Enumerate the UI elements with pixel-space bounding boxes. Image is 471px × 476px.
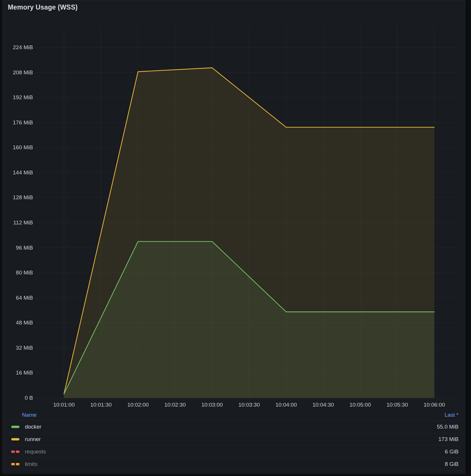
y-axis-tick-label: 96 MiB: [3, 245, 33, 251]
legend-table: Name Last * docker55.0 MiBrunner173 MiBr…: [5, 409, 463, 471]
y-axis-tick-label: 32 MiB: [3, 345, 33, 351]
legend-swatch-requests-icon: [11, 451, 20, 453]
y-axis-tick-label: 160 MiB: [3, 144, 33, 151]
y-axis-tick-label: 80 MiB: [3, 270, 33, 276]
chart-area: 0 B16 MiB32 MiB48 MiB64 MiB80 MiB96 MiB1…: [3, 0, 466, 411]
legend-swatch-runner-icon: [11, 438, 20, 440]
chart-canvas[interactable]: [3, 0, 466, 411]
y-axis-tick-label: 192 MiB: [3, 94, 33, 101]
y-axis-tick-label: 144 MiB: [3, 169, 33, 176]
y-axis-tick-label: 208 MiB: [3, 69, 33, 76]
y-axis-tick-label: 128 MiB: [3, 194, 33, 201]
legend-last-value: 6 GiB: [445, 449, 459, 455]
legend-label[interactable]: limits: [25, 461, 37, 467]
y-axis-tick-label: 176 MiB: [3, 119, 33, 126]
legend-swatch-docker-icon: [11, 426, 20, 428]
legend-header: Name Last *: [5, 409, 463, 420]
y-axis-tick-label: 0 B: [3, 395, 33, 401]
legend-name-header[interactable]: Name: [22, 412, 37, 418]
y-axis-tick-label: 16 MiB: [3, 370, 33, 376]
y-axis-tick-label: 64 MiB: [3, 295, 33, 301]
legend-value-header[interactable]: Last *: [444, 412, 459, 418]
grafana-panel: Memory Usage (WSS) 0 B16 MiB32 MiB48 MiB…: [2, 0, 465, 474]
x-axis-tick-label: 10:06:00: [413, 402, 456, 408]
y-axis-tick-label: 48 MiB: [3, 320, 33, 326]
legend-last-value: 173 MiB: [438, 436, 459, 442]
legend-label[interactable]: docker: [25, 424, 41, 430]
legend-last-value: 8 GiB: [445, 461, 459, 467]
y-axis-tick-label: 112 MiB: [3, 219, 33, 226]
plot-hover-region[interactable]: [64, 25, 457, 398]
legend-row-requests[interactable]: requests6 GiB: [5, 445, 463, 458]
legend-last-value: 55.0 MiB: [437, 424, 459, 430]
legend-row-limits[interactable]: limits8 GiB: [5, 458, 463, 471]
legend-label[interactable]: requests: [25, 449, 46, 455]
legend-row-docker[interactable]: docker55.0 MiB: [5, 420, 463, 433]
legend-swatch-limits-icon: [11, 463, 20, 465]
legend-row-runner[interactable]: runner173 MiB: [5, 433, 463, 445]
legend-label[interactable]: runner: [25, 436, 41, 442]
y-axis-tick-label: 224 MiB: [3, 44, 33, 51]
